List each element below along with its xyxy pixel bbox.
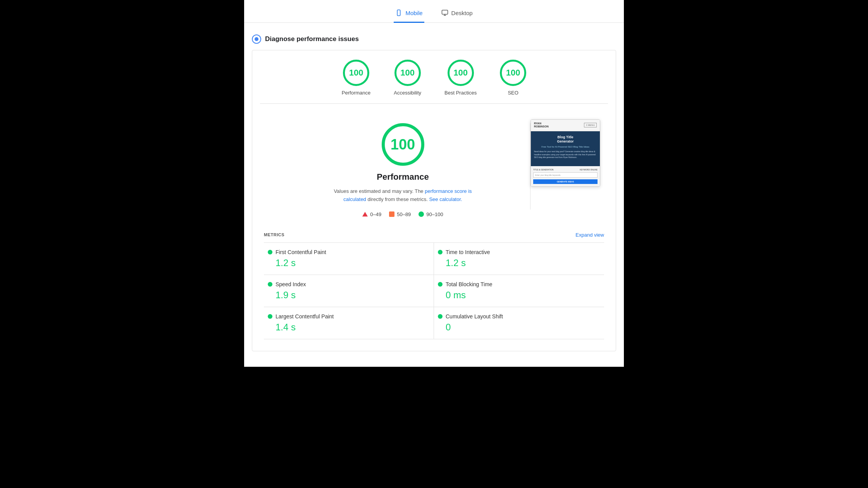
- main-score-desc: Values are estimated and may vary. The p…: [329, 187, 477, 204]
- score-value-best-practices: 100: [453, 68, 468, 78]
- calc-link[interactable]: See calculator.: [429, 196, 462, 202]
- metric-lcp: Largest Contentful Paint 1.4 s: [264, 307, 434, 339]
- screenshot-header: RYAN ROBINSON ≡ MENU: [531, 120, 600, 131]
- legend-orange: 50–89: [389, 211, 411, 217]
- svg-rect-2: [442, 10, 448, 14]
- metrics-title: METRICS: [264, 232, 284, 237]
- logo-line1: RYAN: [534, 122, 549, 125]
- title-line2: Generator: [534, 139, 597, 144]
- desktop-tab-label: Desktop: [451, 10, 473, 16]
- legend-green: 90–100: [418, 211, 443, 217]
- score-item-seo: 100 SEO: [500, 60, 526, 96]
- legend-range-orange: 50–89: [397, 211, 411, 217]
- metric-tbt: Total Blocking Time 0 ms: [434, 275, 604, 307]
- desc-before: Values are estimated and may vary. The: [334, 188, 425, 194]
- score-circle-accessibility: 100: [394, 60, 421, 86]
- score-label-seo: SEO: [508, 90, 518, 96]
- metric-cls-name: Cumulative Layout Shift: [446, 313, 503, 320]
- score-label-performance: Performance: [342, 90, 370, 96]
- form-label1: TITLE & GENERATION: [533, 168, 553, 171]
- metric-tbt-dot: [438, 282, 443, 287]
- orange-square-icon: [389, 211, 394, 217]
- screenshot-input: Enter your blog title keywords: [533, 172, 598, 178]
- form-label2: KEYWORD ONLINE: [580, 168, 598, 171]
- metric-lcp-name: Largest Contentful Paint: [276, 313, 334, 320]
- metric-cls-value: 0: [438, 322, 600, 333]
- metric-fcp-name: First Contentful Paint: [276, 249, 326, 255]
- metric-si-dot: [268, 282, 272, 287]
- screenshot-logo: RYAN ROBINSON: [534, 122, 549, 129]
- metric-cls-dot: [438, 314, 443, 319]
- metrics-section: METRICS Expand view First Contentful Pai…: [260, 229, 608, 339]
- score-value-performance: 100: [349, 68, 363, 78]
- desktop-icon: [441, 9, 448, 16]
- metric-tti: Time to Interactive 1.2 s: [434, 243, 604, 275]
- metric-fcp-name-row: First Contentful Paint: [268, 249, 430, 255]
- diagnose-icon: [252, 34, 261, 44]
- main-score-left: 100 Performance Values are estimated and…: [276, 115, 530, 217]
- legend-range-red: 0–49: [370, 211, 381, 217]
- mobile-icon: [395, 9, 402, 16]
- score-panel: 100 Performance 100 Accessibility 100 Be…: [252, 50, 616, 351]
- mobile-tab-label: Mobile: [405, 10, 422, 16]
- score-circle-seo: 100: [500, 60, 526, 86]
- screenshot-body: Blog Title Generator Free Tool for AI-Po…: [531, 131, 600, 166]
- diagnose-row: Diagnose performance issues: [244, 31, 624, 50]
- metric-tti-name-row: Time to Interactive: [438, 249, 600, 255]
- score-circle-best-practices: 100: [448, 60, 474, 86]
- metric-fcp-value: 1.2 s: [268, 258, 430, 268]
- score-circles-row: 100 Performance 100 Accessibility 100 Be…: [260, 60, 608, 104]
- score-value-accessibility: 100: [400, 68, 415, 78]
- metric-si-name: Speed Index: [276, 281, 306, 287]
- metric-lcp-dot: [268, 314, 272, 319]
- metrics-header: METRICS Expand view: [264, 229, 604, 242]
- screenshot-form-labels: TITLE & GENERATION KEYWORD ONLINE: [533, 168, 598, 171]
- screenshot-menu: ≡ MENU: [584, 123, 597, 127]
- score-value-seo: 100: [506, 68, 520, 78]
- svg-rect-0: [398, 10, 401, 16]
- metric-tti-dot: [438, 250, 443, 254]
- tab-desktop[interactable]: Desktop: [440, 6, 474, 23]
- metric-lcp-name-row: Largest Contentful Paint: [268, 313, 430, 320]
- metric-fcp-dot: [268, 250, 272, 254]
- metric-tti-value: 1.2 s: [438, 258, 600, 268]
- screenshot-subtitle: Free Tool for AI-Powered SEO Blog Title …: [534, 146, 597, 148]
- score-label-best-practices: Best Practices: [444, 90, 477, 96]
- tab-bar: Mobile Desktop: [244, 0, 624, 23]
- metric-tbt-value: 0 ms: [438, 290, 600, 301]
- green-dot-icon: [418, 211, 424, 217]
- diagnose-icon-inner: [255, 37, 258, 41]
- main-container: Mobile Desktop Diagnose performance issu…: [244, 0, 624, 367]
- score-item-accessibility: 100 Accessibility: [394, 60, 421, 96]
- logo-line2: ROBINSON: [534, 125, 549, 128]
- metric-cls: Cumulative Layout Shift 0: [434, 307, 604, 339]
- metric-cls-name-row: Cumulative Layout Shift: [438, 313, 600, 320]
- screenshot-area: RYAN ROBINSON ≡ MENU Blog Title Generato…: [530, 115, 608, 187]
- score-item-performance: 100 Performance: [342, 60, 370, 96]
- score-label-accessibility: Accessibility: [394, 90, 421, 96]
- screenshot-form-area: TITLE & GENERATION KEYWORD ONLINE Enter …: [531, 166, 600, 186]
- legend-range-green: 90–100: [426, 211, 443, 217]
- metric-lcp-value: 1.4 s: [268, 322, 430, 333]
- main-score-value: 100: [391, 136, 415, 153]
- main-score-section: 100 Performance Values are estimated and…: [260, 112, 608, 225]
- title-line1: Blog Title: [534, 135, 597, 140]
- metric-tbt-name: Total Blocking Time: [446, 281, 493, 287]
- metric-tbt-name-row: Total Blocking Time: [438, 281, 600, 287]
- screenshot-mock: RYAN ROBINSON ≡ MENU Blog Title Generato…: [530, 119, 600, 187]
- red-triangle-icon: [362, 212, 368, 217]
- tab-mobile[interactable]: Mobile: [394, 6, 424, 23]
- score-legend: 0–49 50–89 90–100: [362, 211, 443, 217]
- metric-si-name-row: Speed Index: [268, 281, 430, 287]
- score-item-best-practices: 100 Best Practices: [444, 60, 477, 96]
- screenshot-generate-btn: GENERATE IDEAS: [533, 179, 598, 184]
- screenshot-body-text: Need ideas for your next blog post? Gene…: [534, 150, 597, 159]
- metric-si: Speed Index 1.9 s: [264, 275, 434, 307]
- metric-fcp: First Contentful Paint 1.2 s: [264, 243, 434, 275]
- expand-view-button[interactable]: Expand view: [575, 232, 604, 238]
- metrics-grid: First Contentful Paint 1.2 s Time to Int…: [264, 242, 604, 339]
- metric-si-value: 1.9 s: [268, 290, 430, 301]
- screenshot-title: Blog Title Generator: [534, 135, 597, 144]
- metric-tti-name: Time to Interactive: [446, 249, 490, 255]
- legend-red: 0–49: [362, 211, 381, 217]
